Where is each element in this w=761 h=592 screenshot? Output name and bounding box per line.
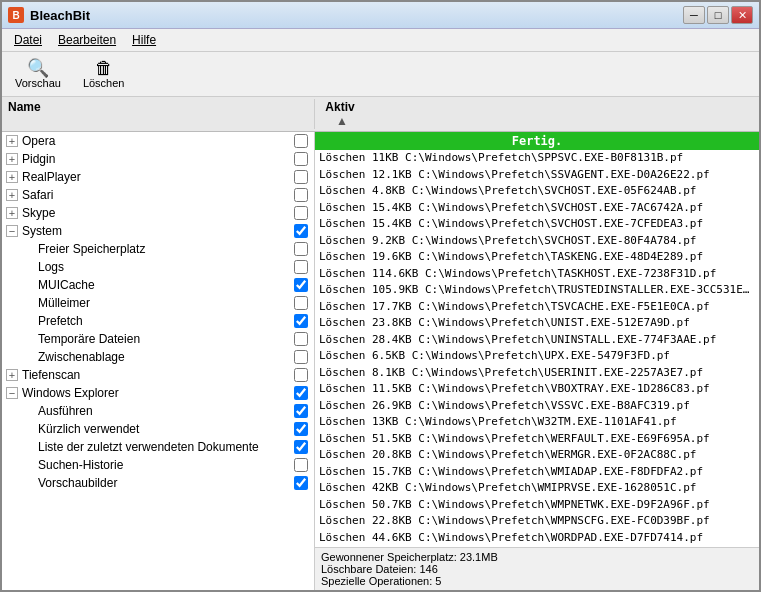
loschen-button[interactable]: 🗑 Löschen	[76, 56, 132, 92]
tree-label: Opera	[20, 133, 294, 149]
list-item[interactable]: Vorschaubilder	[2, 474, 314, 492]
minimize-button[interactable]: ─	[683, 6, 705, 24]
tree-checkbox[interactable]	[294, 368, 308, 382]
log-entry: Löschen 17.7KB C:\Windows\Prefetch\TSVCA…	[315, 299, 759, 316]
log-entry: Löschen 114.6KB C:\Windows\Prefetch\TASK…	[315, 266, 759, 283]
tree-checkbox[interactable]	[294, 278, 308, 292]
log-entry: Löschen 22.8KB C:\Windows\Prefetch\WMPNS…	[315, 513, 759, 530]
list-item[interactable]: MUICache	[2, 276, 314, 294]
tree-toggle-icon[interactable]: +	[6, 189, 18, 201]
tree-label: Pidgin	[20, 151, 294, 167]
list-item[interactable]: Kürzlich verwendet	[2, 420, 314, 438]
left-panel[interactable]: +Opera+Pidgin+RealPlayer+Safari+Skype−Sy…	[2, 132, 315, 590]
tree-checkbox[interactable]	[294, 350, 308, 364]
list-item[interactable]: Freier Speicherplatz	[2, 240, 314, 258]
list-item[interactable]: Prefetch	[2, 312, 314, 330]
status-bar: Gewonnener Speicherplatz: 23.1MB Löschba…	[315, 547, 759, 590]
tree-checkbox[interactable]	[294, 458, 308, 472]
log-entry: Löschen 9.2KB C:\Windows\Prefetch\SVCHOS…	[315, 233, 759, 250]
list-item[interactable]: +Tiefenscan	[2, 366, 314, 384]
log-entry: Löschen 8.1KB C:\Windows\Prefetch\USERIN…	[315, 365, 759, 382]
tree-checkbox[interactable]	[294, 386, 308, 400]
tree-toggle-icon[interactable]: +	[6, 171, 18, 183]
loschen-icon: 🗑	[95, 59, 113, 77]
log-entry: Löschen 15.4KB C:\Windows\Prefetch\SVCHO…	[315, 200, 759, 217]
tree-toggle-icon[interactable]: +	[6, 135, 18, 147]
tree-toggle-icon[interactable]: +	[6, 153, 18, 165]
tree-checkbox[interactable]	[294, 224, 308, 238]
title-bar: B BleachBit ─ □ ✕	[2, 2, 759, 29]
log-entry: Löschen 6.5KB C:\Windows\Prefetch\UPX.EX…	[315, 348, 759, 365]
tree-checkbox[interactable]	[294, 188, 308, 202]
log-entry: Löschen 15.7KB C:\Windows\Prefetch\WMIAD…	[315, 464, 759, 481]
tree-label: Freier Speicherplatz	[36, 241, 294, 257]
log-entry: Löschen 15.4KB C:\Windows\Prefetch\SVCHO…	[315, 216, 759, 233]
title-bar-left: B BleachBit	[8, 7, 90, 23]
menu-datei[interactable]: Datei	[6, 31, 50, 49]
vorschau-button[interactable]: 🔍 Vorschau	[8, 56, 68, 92]
list-item[interactable]: Temporäre Dateien	[2, 330, 314, 348]
log-entry: Löschen 19.6KB C:\Windows\Prefetch\TASKE…	[315, 249, 759, 266]
list-item[interactable]: +RealPlayer	[2, 168, 314, 186]
col-header-name[interactable]: Name	[2, 99, 315, 129]
tree-label: RealPlayer	[20, 169, 294, 185]
tree-checkbox[interactable]	[294, 134, 308, 148]
window-title: BleachBit	[30, 8, 90, 23]
log-area[interactable]: Fertig. Löschen 11KB C:\Windows\Prefetch…	[315, 132, 759, 547]
list-item[interactable]: +Skype	[2, 204, 314, 222]
tree-toggle-icon[interactable]: −	[6, 225, 18, 237]
tree-label: Zwischenablage	[36, 349, 294, 365]
list-item[interactable]: Liste der zuletzt verwendeten Dokumente	[2, 438, 314, 456]
col-header-aktiv[interactable]: Aktiv ▲	[315, 99, 365, 129]
tree-label: Kürzlich verwendet	[36, 421, 294, 437]
list-item[interactable]: +Safari	[2, 186, 314, 204]
tree-checkbox[interactable]	[294, 440, 308, 454]
tree-label: Ausführen	[36, 403, 294, 419]
vorschau-label: Vorschau	[15, 77, 61, 89]
loschen-label: Löschen	[83, 77, 125, 89]
log-entry: Löschen 105.9KB C:\Windows\Prefetch\TRUS…	[315, 282, 759, 299]
list-item[interactable]: Suchen-Historie	[2, 456, 314, 474]
tree-checkbox[interactable]	[294, 296, 308, 310]
list-item[interactable]: Mülleimer	[2, 294, 314, 312]
tree-checkbox[interactable]	[294, 170, 308, 184]
list-item[interactable]: Zwischenablage	[2, 348, 314, 366]
tree-checkbox[interactable]	[294, 314, 308, 328]
main-area: +Opera+Pidgin+RealPlayer+Safari+Skype−Sy…	[2, 132, 759, 590]
tree-checkbox[interactable]	[294, 206, 308, 220]
column-headers: Name Aktiv ▲	[2, 97, 759, 132]
tree-label: Windows Explorer	[20, 385, 294, 401]
vorschau-icon: 🔍	[27, 59, 49, 77]
tree-toggle-icon[interactable]: +	[6, 369, 18, 381]
tree-toggle-icon[interactable]: +	[6, 207, 18, 219]
list-item[interactable]: −System	[2, 222, 314, 240]
app-icon: B	[8, 7, 24, 23]
tree-checkbox[interactable]	[294, 332, 308, 346]
log-entry: Löschen 50.7KB C:\Windows\Prefetch\WMPNE…	[315, 497, 759, 514]
status-line3: Spezielle Operationen: 5	[321, 575, 753, 587]
log-entry: Löschen 51.5KB C:\Windows\Prefetch\WERFA…	[315, 431, 759, 448]
tree-checkbox[interactable]	[294, 404, 308, 418]
title-controls: ─ □ ✕	[683, 6, 753, 24]
tree-checkbox[interactable]	[294, 242, 308, 256]
tree-checkbox[interactable]	[294, 260, 308, 274]
tree-label: Skype	[20, 205, 294, 221]
list-item[interactable]: +Opera	[2, 132, 314, 150]
list-item[interactable]: −Windows Explorer	[2, 384, 314, 402]
tree-checkbox[interactable]	[294, 422, 308, 436]
tree-checkbox[interactable]	[294, 476, 308, 490]
log-entry: Löschen 12.1KB C:\Windows\Prefetch\SSVAG…	[315, 167, 759, 184]
tree-label: Temporäre Dateien	[36, 331, 294, 347]
log-entry: Löschen 28.4KB C:\Windows\Prefetch\UNINS…	[315, 332, 759, 349]
list-item[interactable]: +Pidgin	[2, 150, 314, 168]
list-item[interactable]: Logs	[2, 258, 314, 276]
tree-checkbox[interactable]	[294, 152, 308, 166]
menu-bearbeiten[interactable]: Bearbeiten	[50, 31, 124, 49]
close-button[interactable]: ✕	[731, 6, 753, 24]
tree-toggle-icon[interactable]: −	[6, 387, 18, 399]
menu-hilfe[interactable]: Hilfe	[124, 31, 164, 49]
status-line1: Gewonnener Speicherplatz: 23.1MB	[321, 551, 753, 563]
log-entry: Löschen 20.8KB C:\Windows\Prefetch\WERMG…	[315, 447, 759, 464]
list-item[interactable]: Ausführen	[2, 402, 314, 420]
maximize-button[interactable]: □	[707, 6, 729, 24]
